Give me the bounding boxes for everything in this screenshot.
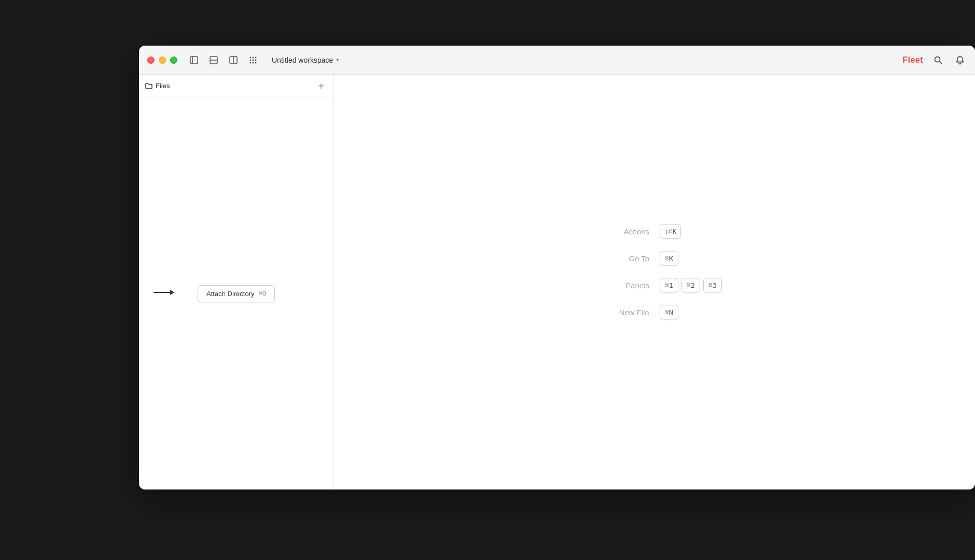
titlebar: Untitled workspace ▾ Fleet bbox=[139, 46, 975, 75]
add-file-button[interactable]: + bbox=[315, 80, 327, 92]
attach-directory-label: Attach Directory bbox=[206, 290, 254, 298]
sidebar-left-toggle-button[interactable] bbox=[186, 53, 202, 67]
actions-key-badge: ⇧⌘K bbox=[660, 224, 681, 239]
goto-label: Go To bbox=[587, 254, 649, 263]
svg-point-14 bbox=[255, 62, 257, 63]
shortcuts-container: Actions ⇧⌘K Go To ⌘K Panels ⌘1 bbox=[587, 224, 722, 319]
sidebar-header: Files + bbox=[139, 75, 333, 97]
folder-icon bbox=[145, 82, 152, 90]
shortcut-row-newfile: New File ⌘N bbox=[587, 305, 722, 319]
main-window: Untitled workspace ▾ Fleet bbox=[139, 46, 975, 489]
panels-key-badge-3: ⌘3 bbox=[703, 278, 722, 292]
shortcut-row-goto: Go To ⌘K bbox=[587, 251, 722, 265]
svg-marker-18 bbox=[170, 290, 174, 295]
workspace-title[interactable]: Untitled workspace ▾ bbox=[268, 54, 343, 66]
svg-point-11 bbox=[255, 59, 257, 61]
maximize-button[interactable] bbox=[170, 57, 177, 64]
sidebar-body: Attach Directory ⌘O bbox=[139, 97, 333, 489]
svg-line-16 bbox=[940, 61, 942, 64]
attach-directory-shortcut: ⌘O bbox=[259, 290, 266, 297]
files-label-text: Files bbox=[156, 82, 170, 90]
svg-point-15 bbox=[935, 57, 940, 62]
svg-rect-0 bbox=[190, 57, 198, 64]
search-button[interactable] bbox=[931, 53, 945, 67]
goto-key-badge: ⌘K bbox=[660, 251, 678, 265]
notification-button[interactable] bbox=[953, 53, 967, 67]
chevron-down-icon: ▾ bbox=[336, 57, 339, 63]
workspace-name-text: Untitled workspace bbox=[272, 56, 333, 64]
newfile-label: New File bbox=[587, 308, 649, 317]
svg-point-6 bbox=[250, 57, 252, 58]
titlebar-right: Fleet bbox=[902, 53, 967, 67]
newfile-keys: ⌘N bbox=[660, 305, 678, 319]
grid-button[interactable] bbox=[245, 53, 261, 67]
arrow-pointer bbox=[154, 287, 174, 300]
actions-label: Actions bbox=[587, 227, 649, 236]
main-panel: Actions ⇧⌘K Go To ⌘K Panels ⌘1 bbox=[334, 75, 975, 489]
close-button[interactable] bbox=[147, 57, 155, 64]
svg-point-8 bbox=[255, 57, 257, 58]
svg-point-9 bbox=[250, 59, 252, 61]
panels-keys: ⌘1 ⌘2 ⌘3 bbox=[660, 278, 722, 292]
toolbar-icons bbox=[186, 53, 261, 67]
shortcut-row-actions: Actions ⇧⌘K bbox=[587, 224, 722, 239]
svg-point-13 bbox=[253, 62, 254, 63]
panels-label: Panels bbox=[587, 281, 649, 290]
shortcut-row-panels: Panels ⌘1 ⌘2 ⌘3 bbox=[587, 278, 722, 292]
attach-directory-button[interactable]: Attach Directory ⌘O bbox=[198, 285, 275, 302]
layout-horizontal-button[interactable] bbox=[205, 53, 222, 67]
files-section-label: Files bbox=[145, 82, 315, 90]
sidebar: Files + Attach Directory ⌘O bbox=[139, 75, 334, 489]
svg-point-10 bbox=[253, 59, 254, 61]
svg-point-12 bbox=[250, 62, 252, 63]
panels-key-badge-1: ⌘1 bbox=[660, 278, 678, 292]
traffic-lights bbox=[147, 57, 177, 64]
minimize-button[interactable] bbox=[159, 57, 166, 64]
goto-keys: ⌘K bbox=[660, 251, 678, 265]
actions-keys: ⇧⌘K bbox=[660, 224, 681, 239]
main-content: Files + Attach Directory ⌘O bbox=[139, 75, 975, 489]
layout-side-button[interactable] bbox=[225, 53, 242, 67]
newfile-key-badge: ⌘N bbox=[660, 305, 678, 319]
panels-key-badge-2: ⌘2 bbox=[681, 278, 700, 292]
fleet-logo: Fleet bbox=[902, 55, 923, 65]
svg-point-7 bbox=[253, 57, 254, 58]
